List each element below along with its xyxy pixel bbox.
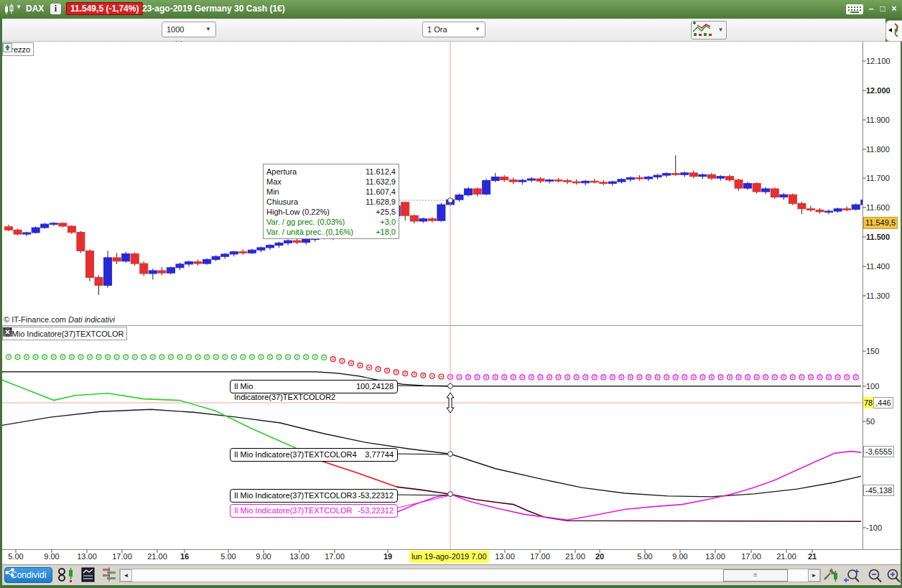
tooltip-row: Min11.607,4 [266,187,396,197]
zoom-selection-icon[interactable] [842,567,860,583]
price-tick-label: 11.300 [866,291,890,300]
tooltip-row: Var. / unità prec. (0,16%)+18,0 [266,227,396,237]
price-tick-label: 11.500 [866,233,890,241]
chart-settings-icon[interactable] [822,567,840,583]
time-tick-label: 5.00 [8,552,23,561]
cursor-indicator-value: 78,446 [863,397,893,409]
share-icon [5,568,14,577]
time-tick-label: 13.00 [289,552,310,561]
tooltip-row: Chiusura11.628,9 [266,197,396,207]
scroll-left-button[interactable]: ◄ [120,569,132,582]
trading-app-window: { "title_bar": { "symbol": "DAX", "info"… [0,0,902,588]
current-price-label: 11.549,5 [863,217,898,229]
move-panel-up-icon[interactable] [3,43,12,52]
time-tick-label: 17.00 [741,552,761,561]
chart-scrollbar[interactable]: ◄ ≡ ► [119,569,821,582]
close-panel-icon[interactable] [3,327,12,337]
time-tick-label: 21.00 [147,552,167,561]
price-tick-label: 12.100 [866,57,891,65]
price-panel-header: Prezzo [2,42,34,56]
indicator-label-box[interactable]: Il Mio Indicatore(37)TEXTCOLOR43,77744 [230,448,398,462]
copyright-note: © IT-Finance.com Dati indicativi [4,315,115,324]
indicator-tick-label: 50 [866,417,875,426]
time-tick-label: 17.00 [112,552,132,561]
time-tick-label: 20 [595,552,604,561]
zoom-out-icon[interactable] [866,567,883,583]
time-tick-label: 9.00 [672,552,687,561]
time-tick-label: 21.00 [565,552,585,561]
indicator-tick-label: 100 [866,382,879,391]
tooltip-row: Var. / gg prec. (0,03%)+3,0 [266,217,396,227]
indicator-label-box[interactable]: Il Mio Indicatore(37)TEXTCOLOR3-53,22312 [230,489,398,503]
order-book-icon[interactable] [101,567,118,583]
time-tick-label: 19 [383,552,392,561]
tooltip-row: High-Low (0,22%)+25,5 [266,207,396,217]
indicator-panel-title: Il Mio Indicatore(37)TEXTCOLOR [6,330,124,338]
time-tick-label: 5.00 [220,552,236,561]
price-tick-label: 11.400 [866,262,890,271]
scroll-right-button[interactable]: ► [808,569,820,582]
indicator-label-box[interactable]: Il Mio Indicatore(37)TEXTCOLOR-53,22312 [230,504,398,518]
price-tick-label: 11.600 [866,203,890,212]
indicator-tick-label: -100 [866,523,882,532]
price-tooltip: Apertura11.612,4Max11.632,9Min11.607,4Ch… [263,164,399,239]
indicator-value-box: -3,6555 [863,446,894,457]
price-tick-label: 11.700 [866,174,890,182]
time-tick-label: 21 [808,552,817,561]
tooltip-row: Apertura11.612,4 [266,167,396,177]
indicator-label-box[interactable]: Il Mio Indicatore(37)TEXTCOLOR2100,24128 [230,380,398,393]
time-tick-label: 13.00 [77,552,97,561]
price-tick-label: 12.000 [866,86,891,95]
price-tick-label: 11.800 [866,145,890,154]
linked-instrument-icon[interactable] [57,567,74,583]
zoom-in-icon[interactable] [885,567,902,583]
time-tick-label: 17.00 [530,552,550,561]
time-tick-label: 13.00 [495,552,515,561]
cursor-date-label: lun 19-ago-2019 7.00 [409,551,489,563]
bottom-toolbar: Condividi ◄ ≡ ► [2,565,901,585]
time-tick-label: 9.00 [44,552,59,561]
price-tick-label: 11.900 [866,116,890,124]
time-tick-label: 9.00 [256,552,271,561]
tooltip-row: Max11.632,9 [266,177,396,187]
time-tick-label: 13.00 [705,552,725,561]
scrollbar-thumb[interactable]: ≡ [723,569,788,582]
time-tick-label: 21.00 [776,552,796,561]
chart-graphics [0,0,902,588]
indicator-panel-header: Il Mio Indicatore(37)TEXTCOLOR [2,327,127,340]
share-button[interactable]: Condividi [4,567,52,583]
time-tick-label: 5.00 [637,552,652,561]
time-tick-label: 16 [180,552,189,561]
indicator-value-box: -45,138 [863,485,894,496]
time-tick-label: 17.00 [325,552,345,561]
news-icon[interactable] [81,567,98,583]
indicator-tick-label: 150 [866,347,879,355]
window-frame-bottom [0,585,902,588]
